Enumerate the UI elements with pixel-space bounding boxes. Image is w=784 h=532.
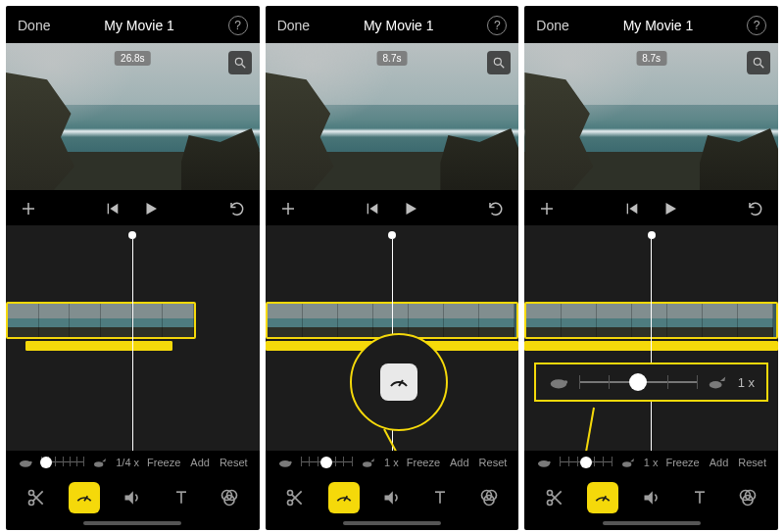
svg-line-22 (501, 65, 505, 69)
svg-marker-5 (111, 204, 119, 215)
video-preview[interactable]: 8.7s (266, 43, 519, 190)
zoom-button[interactable] (747, 51, 770, 74)
speedometer-icon (74, 488, 94, 508)
clip-duration-badge: 8.7s (377, 51, 408, 66)
tool-speed[interactable] (69, 482, 100, 513)
plus-icon (538, 200, 556, 218)
freeze-button[interactable]: Freeze (407, 457, 440, 468)
playhead[interactable] (128, 231, 136, 451)
tool-speed[interactable] (587, 482, 618, 513)
zoom-button[interactable] (487, 51, 511, 74)
add-media-button[interactable] (20, 200, 37, 218)
undo-button[interactable] (228, 200, 246, 218)
speed-control-row: 1 x Freeze Add Reset (524, 451, 778, 472)
home-indicator[interactable] (83, 521, 181, 525)
tool-filters[interactable] (732, 482, 763, 513)
video-clip[interactable] (6, 302, 196, 339)
speed-slider[interactable] (41, 455, 84, 470)
playback-row (266, 190, 519, 225)
undo-icon (747, 200, 764, 218)
skip-start-button[interactable] (365, 201, 380, 217)
timeline[interactable] (266, 225, 519, 451)
navbar: Done My Movie 1 ? (6, 6, 260, 43)
help-button[interactable]: ? (228, 16, 248, 35)
home-indicator[interactable] (603, 521, 701, 525)
tool-scissors[interactable] (539, 482, 570, 513)
volume-icon (122, 488, 142, 508)
zoom-button[interactable] (228, 51, 252, 74)
scissors-icon (545, 488, 564, 508)
rabbit-icon (707, 374, 728, 390)
tool-filters[interactable] (214, 482, 245, 513)
tool-filters[interactable] (473, 482, 505, 513)
clip-speed-indicator (25, 341, 172, 351)
magnifier-icon (752, 56, 765, 70)
play-button[interactable] (402, 200, 419, 218)
svg-point-55 (622, 461, 631, 466)
rabbit-icon (361, 457, 376, 468)
timeline[interactable]: 1 x (524, 225, 778, 451)
svg-point-51 (564, 380, 568, 384)
tool-volume[interactable] (636, 482, 667, 513)
speed-slider-enlarged[interactable] (579, 375, 696, 389)
play-button[interactable] (662, 200, 679, 218)
svg-line-1 (241, 65, 245, 69)
scissors-icon (26, 488, 46, 508)
help-button[interactable]: ? (747, 16, 766, 35)
clip-duration-badge: 8.7s (636, 51, 666, 66)
tool-titles[interactable] (684, 482, 715, 513)
speedometer-icon-enlarged (380, 363, 417, 401)
tool-volume[interactable] (376, 482, 408, 513)
filters-icon (738, 488, 758, 508)
add-media-button[interactable] (279, 200, 297, 218)
project-title: My Movie 1 (364, 18, 434, 33)
home-indicator[interactable] (343, 521, 441, 525)
tool-speed[interactable] (328, 482, 360, 513)
svg-marker-15 (125, 491, 133, 504)
reset-speed-button[interactable]: Reset (738, 457, 766, 468)
play-button[interactable] (142, 200, 160, 218)
svg-point-50 (551, 379, 567, 388)
tool-titles[interactable] (166, 482, 197, 513)
skip-start-button[interactable] (105, 201, 121, 217)
speed-slider[interactable] (301, 455, 353, 470)
freeze-button[interactable]: Freeze (665, 457, 699, 468)
text-icon (430, 488, 450, 508)
help-button[interactable]: ? (487, 16, 507, 35)
freeze-button[interactable]: Freeze (147, 457, 180, 468)
done-button[interactable]: Done (536, 18, 568, 33)
timeline[interactable] (6, 225, 260, 451)
skip-start-icon (624, 201, 640, 217)
tool-bar (266, 472, 519, 517)
project-title: My Movie 1 (623, 18, 694, 33)
speed-value-label-enlarged: 1 x (738, 375, 755, 390)
reset-speed-button[interactable]: Reset (220, 457, 248, 468)
svg-line-44 (760, 65, 764, 69)
rabbit-icon (620, 457, 636, 468)
tool-titles[interactable] (424, 482, 456, 513)
tool-scissors[interactable] (279, 482, 311, 513)
turtle-icon (277, 457, 293, 468)
done-button[interactable]: Done (18, 18, 50, 33)
add-keyframe-button[interactable]: Add (190, 457, 210, 468)
video-preview[interactable]: 8.7s (524, 43, 778, 190)
undo-button[interactable] (487, 200, 505, 218)
done-button[interactable]: Done (277, 18, 310, 33)
play-icon (402, 200, 419, 218)
tool-scissors[interactable] (21, 482, 52, 513)
speed-slider[interactable] (560, 455, 612, 470)
skip-start-button[interactable] (624, 201, 640, 217)
svg-point-0 (235, 58, 242, 65)
add-keyframe-button[interactable]: Add (710, 457, 729, 468)
add-keyframe-button[interactable]: Add (450, 457, 469, 468)
reset-speed-button[interactable]: Reset (479, 457, 508, 468)
svg-rect-4 (108, 204, 109, 215)
undo-button[interactable] (747, 200, 764, 218)
tool-volume[interactable] (117, 482, 148, 513)
add-media-button[interactable] (538, 200, 556, 218)
undo-icon (228, 200, 246, 218)
navbar: Done My Movie 1 ? (266, 6, 519, 43)
playhead[interactable] (648, 231, 656, 451)
svg-marker-27 (407, 203, 417, 215)
video-preview[interactable]: 26.8s (6, 43, 260, 190)
